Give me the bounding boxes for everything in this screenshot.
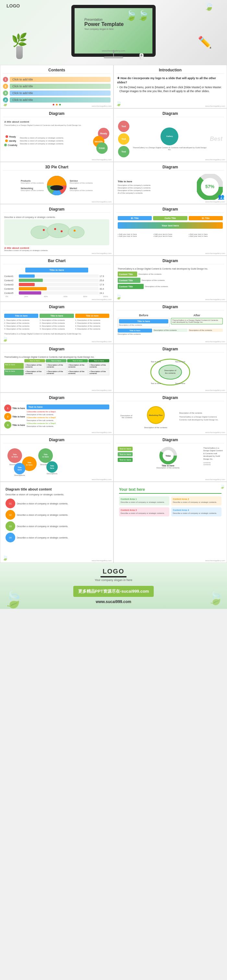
matrix-cell-24: • Description of the contents — [89, 369, 109, 375]
pct-text: 57% — [205, 184, 215, 189]
yt-box-4-title: Content Area 4 — [173, 509, 220, 511]
step-circle-2: 2 — [4, 413, 11, 420]
diagram3-visual: 57% 👥 — [197, 174, 223, 200]
diagram8-content: Before Title in here Description of the … — [116, 312, 224, 336]
diagram10-content: Description of the contents Text in here… — [116, 355, 224, 390]
d5-title-2: Curto Title — [153, 216, 187, 220]
matrix-header-empty — [4, 359, 24, 362]
step-desc-1-title: 1.Describe contents for a Step1 — [27, 410, 109, 413]
bar-value-1: 17.9 — [100, 275, 109, 277]
bar-row-2: Content2 25.6 — [4, 278, 109, 282]
step-circle-3: 3 — [4, 422, 11, 428]
contents-btn-2[interactable]: Click to add title — [10, 84, 111, 89]
bar-label-3: Content3 — [4, 283, 19, 286]
your-text-slide: Your text here Content Area 1 Describe a… — [113, 482, 227, 563]
dti-row-4: 04 Describe a vision of company or strat… — [5, 533, 108, 542]
bar-row-5: Content5 24.1 — [4, 291, 109, 294]
node-creativity: Creativity — [4, 144, 17, 146]
bar-chart-container: Title in here Content1 17.9 Content2 25.… — [3, 266, 111, 299]
diagram9-slide: Diagram ThemeGallery is a Design Digital… — [0, 344, 113, 393]
contents-btn-1[interactable]: Click to add title — [10, 77, 111, 82]
contents-btn-3[interactable]: Click to add title — [10, 91, 111, 96]
d2-node-3: Text — [118, 146, 129, 158]
oval-diagram: Description of the contents Text in here… — [149, 358, 191, 387]
step-desc-2-body: Description of the sub contents. — [27, 419, 109, 422]
chart-axis: 0%20%40%60%80%100% — [4, 296, 109, 298]
diag4-desc: Describe a vision of company or strategi… — [4, 216, 109, 218]
website-diag7: www.themegallery.com — [92, 340, 111, 342]
contents-item-2: 2 Click to add title — [3, 84, 111, 89]
footer-slogan: Your company slogan in here — [5, 578, 222, 582]
power-template-title: Power Template — [84, 21, 124, 27]
website-contents: www.themegallery.com — [92, 105, 111, 107]
diagram8-slide-title: Diagram — [116, 305, 224, 310]
diag7-col1-title: Title in here — [4, 314, 38, 318]
matrix-row-2-label: Text in here — [4, 369, 24, 375]
diagram4-slide: Diagram Describe a vision of company or … — [0, 204, 113, 256]
envelope-circle: Marketing Plan — [147, 406, 165, 424]
oval-br: Text in here — [175, 382, 186, 384]
bar-row-4: Content4 30.4 — [4, 287, 109, 290]
pencils-decoration: ✏️ — [198, 36, 217, 62]
diag12-bottom-text: Description of the contents — [144, 426, 167, 428]
diag6-desc-3: Description of the contents — [145, 285, 223, 287]
your-text-title: Your text here — [119, 487, 222, 494]
diagram6-content: ThemeGallery is a Design Digital Content… — [116, 266, 224, 291]
d14-center-title: Title in here — [162, 465, 175, 467]
bar-outer-5 — [19, 291, 98, 294]
barchart-slide-title: Bar Chart — [3, 259, 111, 264]
dot-green — [59, 104, 61, 105]
pie-label-service: Service Description of the contents — [70, 180, 93, 184]
leaf-deco-yt: 🍃 — [219, 484, 225, 489]
d2-center: Gallery ThemeGallery is a Design Digital… — [131, 127, 208, 151]
website-diag1: www.themegallery.com — [92, 159, 111, 161]
diagram14-content: Text in here Text in here Text in here T… — [116, 445, 224, 470]
num-badge-1: 1 — [3, 77, 8, 82]
yt-box-4: Content Area 4 Describe a vision of comp… — [171, 508, 222, 516]
bar-inner-3 — [19, 283, 35, 286]
bar-inner-1 — [19, 274, 35, 278]
bubble-circle-1: Titlein here — [8, 448, 22, 463]
bottom-row: Title in here Description of the content… — [118, 329, 223, 335]
dti-circle-3: 03 — [5, 521, 15, 531]
node-dot-orange — [5, 140, 8, 142]
oval-bl: Text in here — [151, 382, 161, 384]
d2-center-circle: Gallery — [160, 127, 178, 145]
bar-inner-4 — [19, 287, 47, 290]
piechart-slide: 3D Pie Chart Products Description of the… — [0, 162, 113, 204]
diagram3-list: Title in here Description of the company… — [118, 180, 195, 194]
diag12-themegallery: ThemeGallery is a Design Digital Content… — [179, 415, 223, 421]
footer-cta[interactable]: 更多精品PPT资源尽在-sucai999.com — [73, 586, 154, 597]
diagram13-slide: Diagram Titlein here Descriptions Titlei… — [0, 435, 113, 482]
diagram-title-desc: Describe a vision of company or strategi… — [5, 493, 108, 496]
circle-nodes: Ready Identify Creat. — [93, 128, 109, 154]
d2-best-text: Best — [210, 135, 222, 142]
dti-circle-1: 01 — [5, 499, 15, 508]
bar-row-3: Content3 17.9 — [4, 283, 109, 286]
diag12-center: Marketing Plan Description of the conten… — [134, 404, 178, 428]
diagram5-slide-title: Diagram — [116, 207, 224, 213]
diag7-footer: ThemeGallery is a Design Digital Content… — [3, 333, 111, 335]
diagram12-slide: Diagram Description of the contents Mark… — [113, 393, 227, 435]
contents-btn-4[interactable]: Click to add title — [10, 97, 111, 102]
step-desc-2-title: 2.Describe contents for a Step2 — [27, 416, 109, 419]
intro-question: ❖ How do I incorporate my logo to a slid… — [117, 76, 224, 84]
diagram8-slide: Diagram Before Title in here Description… — [113, 302, 227, 344]
diag-title-items: 01 Describe a vision of company or strat… — [5, 499, 108, 542]
dti-circle-2: 02 — [5, 510, 15, 520]
map-dot-1 — [43, 229, 45, 231]
step-2: 2 Title in here — [4, 413, 25, 420]
before-col: Before Title in here Description of the … — [118, 314, 170, 327]
website-dti: www.themegallery.com — [92, 560, 111, 562]
d11-step-desc: 1.Describe contents for a Step1 Descript… — [27, 410, 109, 428]
bubble-diagram: Titlein here Descriptions Titlein here T… — [4, 447, 109, 477]
yt-box-3-title: Content Area 3 — [121, 509, 168, 511]
diag9-matrix: Text in here Text in here Text in here T… — [4, 359, 109, 375]
d11-text-title: Text in here — [27, 404, 109, 409]
step-desc-3-title: 3.Describe contents for a Step3 — [27, 422, 109, 425]
diagram1-slide: Diagram A title about content ThemeGalle… — [0, 108, 113, 162]
d5-title-1: $1 Title — [118, 216, 152, 220]
pie-labels-left: Products Description of the contents Net… — [21, 180, 44, 191]
footer-logo: LOGO — [5, 568, 222, 575]
dti-text-3: Describe a vision of company or strategi… — [17, 525, 108, 527]
